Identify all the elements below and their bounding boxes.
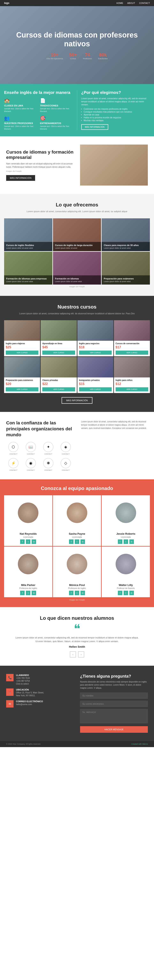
ofrecemos-overlay-2: Cursos de inglés de larga duración Lorem… xyxy=(53,242,101,251)
social-fb-1[interactable]: f xyxy=(20,539,25,544)
curso-price-1: $25 xyxy=(6,345,38,349)
curso-price-6: $22 xyxy=(42,382,75,386)
social-ig-5[interactable]: in xyxy=(80,591,85,595)
equipo-circle-4 xyxy=(18,554,38,574)
nav-contact[interactable]: CONTACT xyxy=(139,2,150,4)
ofrecemos-item-3[interactable]: Clases para mayores de 30 años Lorem ips… xyxy=(102,218,150,251)
nav-about[interactable]: ABOUT xyxy=(127,2,135,4)
ofrecemos-item-title-3: Clases para mayores de 30 años xyxy=(104,244,148,247)
social-tw-3[interactable]: t xyxy=(124,539,128,544)
green-right-title: ¿Por qué elegirnos? xyxy=(81,90,150,95)
clases-text: Sample text. Click to select the Text El… xyxy=(4,107,37,113)
social-tw-2[interactable]: t xyxy=(75,539,79,544)
form-name-input[interactable] xyxy=(80,692,148,699)
header: logo HOME ABOUT CONTACT xyxy=(0,0,154,6)
social-fb-4[interactable]: f xyxy=(20,591,25,595)
curso-btn-1[interactable]: VER CURSO xyxy=(6,351,38,355)
confianza-icon-5: ⚡ CONTACT xyxy=(6,458,21,471)
confianza-icon-8: ◇ CONTACT xyxy=(59,458,73,471)
equipo-section: Conozca al equipo apasionado Nat Reynold… xyxy=(0,479,154,607)
ofrecemos-item-title-5: Formación en idiomas xyxy=(55,277,99,280)
ofrecemos-item-5[interactable]: Formación en idiomas Lorem ipsum dolor s… xyxy=(53,252,101,285)
curso-img-6 xyxy=(41,357,77,377)
contact-location-line1: Office 15, Floor 5, Main Street, xyxy=(16,691,44,694)
form-submit-button[interactable]: HACER MENSAJE xyxy=(80,726,148,733)
business-more-button[interactable]: MÁS INFORMACIÓN xyxy=(6,175,35,181)
confianza-label-1: CONTACT xyxy=(10,453,17,455)
ofrecemos-item-4[interactable]: Formación de idiomas para empresas Lorem… xyxy=(4,252,52,285)
ofrecemos-item-text-4: Lorem ipsum dolor sit amet vetot xyxy=(6,280,50,283)
footer-contact-left: 📞 LLAMANDO +155 789 7634 +155 987 6754 C… xyxy=(6,674,74,733)
curso-btn-7[interactable]: VER CURSO xyxy=(79,387,112,391)
profesores-text: Sample text. Click to select the Text El… xyxy=(4,125,37,130)
equipo-circle-3 xyxy=(116,503,136,523)
curso-price-7: $15 xyxy=(79,382,112,386)
social-ig-6[interactable]: in xyxy=(129,591,134,595)
testimonial-prev-button[interactable]: ‹ xyxy=(70,651,76,657)
social-tw-1[interactable]: t xyxy=(26,539,30,544)
ofrecemos-item-text-5: Lorem ipsum dolor sit amet vetot xyxy=(55,280,99,283)
social-fb-5[interactable]: f xyxy=(69,591,74,595)
curso-title-5: Preparación para exámenes xyxy=(6,379,38,381)
confianza-right: Lorem ipsum dolor sit amet, consectetur … xyxy=(81,420,148,430)
green-left: Enseñe inglés de la mejor manera 🏫 CLASE… xyxy=(4,90,73,130)
testimonial-next-button[interactable]: › xyxy=(78,651,84,657)
equipo-name-5: Mónica Poul xyxy=(55,584,99,587)
confianza-icon-6: ◉ CONTACT xyxy=(24,458,38,471)
curso-title-1: Inglés para viajeros xyxy=(6,342,38,345)
contact-phone-line2: +155 987 6754 xyxy=(16,679,30,682)
footer-link[interactable]: Created with Siter.io xyxy=(131,743,148,745)
quote-mark: ❝ xyxy=(4,624,150,634)
profesores-icon: 👥 xyxy=(4,116,37,121)
testimonials-section: Lo que dicen nuestros alumnos ❝ Lorem ip… xyxy=(0,607,154,666)
curso-btn-5[interactable]: VER CURSO xyxy=(6,387,38,391)
contact-phone-title: LLAMANDO xyxy=(16,674,30,676)
social-ig-4[interactable]: in xyxy=(32,591,36,595)
green-right-text: Lorem ipsum dolor sit amet, consectetur … xyxy=(81,97,150,106)
social-fb-2[interactable]: f xyxy=(69,539,74,544)
social-ig-1[interactable]: in xyxy=(32,539,36,544)
confianza-circle-6: ◉ xyxy=(26,458,36,468)
equipo-role-6: Profesor de francés xyxy=(104,587,148,589)
social-tw-5[interactable]: t xyxy=(75,591,79,595)
business-caption: Imagen de Freepik xyxy=(6,170,74,173)
social-ig-2[interactable]: in xyxy=(80,539,85,544)
social-tw-6[interactable]: t xyxy=(124,591,128,595)
form-message-input[interactable] xyxy=(80,709,148,723)
cursos-subtitle: Lorem ipsum dolor sit amet, consectetur … xyxy=(4,312,150,315)
equipo-role-2: Licenciada xyxy=(55,536,99,538)
curso-price-2: $45 xyxy=(42,345,75,349)
social-tw-4[interactable]: t xyxy=(26,591,30,595)
ofrecemos-item-2[interactable]: Cursos de inglés de larga duración Lorem… xyxy=(53,218,101,251)
curso-btn-8[interactable]: VER CURSO xyxy=(116,387,148,391)
confianza-label-8: CONTACT xyxy=(62,469,70,471)
curso-btn-6[interactable]: VER CURSO xyxy=(42,387,75,391)
hero-section: Cursos de idiomas con profesores nativos… xyxy=(0,6,154,84)
curso-btn-2[interactable]: VER CURSO xyxy=(42,351,75,355)
nav-home[interactable]: HOME xyxy=(116,2,123,4)
social-ig-3[interactable]: in xyxy=(129,539,134,544)
ofrecemos-item-6[interactable]: Preparación para exámenes Lorem ipsum do… xyxy=(102,252,150,285)
curso-btn-3[interactable]: VER CURSO xyxy=(79,351,112,355)
curso-btn-4[interactable]: VER CURSO xyxy=(116,351,148,355)
equipo-info-4: Mila Parker Profesora de inglés f t in xyxy=(4,581,52,597)
ofrecemos-item-1[interactable]: Cursos de inglés flexibles Lorem ipsum d… xyxy=(4,218,52,251)
curso-card-8: Inglés para niños $12 VER CURSO xyxy=(114,357,150,393)
green-grid: 🏫 CLASES EN LIMA Sample text. Click to s… xyxy=(4,98,73,130)
form-email-input[interactable] xyxy=(80,701,148,707)
equipo-info-5: Mónica Poul Profesora de inglés f t in xyxy=(53,581,101,597)
contact-title: ¿Tienes alguna pregunta? xyxy=(80,674,148,679)
equipo-social-3: f t in xyxy=(104,539,148,544)
equipo-role-3: Licenciada xyxy=(104,536,148,538)
contact-email-text: CORREO ELECTRÓNICO hello@some.com xyxy=(16,700,43,706)
curso-title-3: Inglés para negocios xyxy=(79,342,112,345)
stat-years: 10+ Años de experiencia xyxy=(46,52,63,60)
ofrecemos-overlay-4: Formación de idiomas para empresas Lorem… xyxy=(4,275,52,285)
business-text-p: Nam venenatis diam vel eam at volutpat a… xyxy=(6,162,74,169)
social-fb-3[interactable]: f xyxy=(118,539,122,544)
social-fb-6[interactable]: f xyxy=(118,591,122,595)
green-more-button[interactable]: MÁS INFORMACIÓN xyxy=(81,124,108,130)
cursos-more-button[interactable]: MÁS INFORMACIÓN xyxy=(62,397,92,404)
confianza-label-2: CONTACT xyxy=(27,453,35,455)
entrenamientos-title: ENTRENAMIENTOS xyxy=(40,122,73,124)
